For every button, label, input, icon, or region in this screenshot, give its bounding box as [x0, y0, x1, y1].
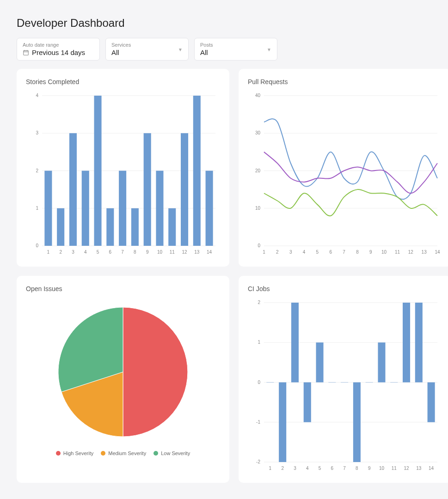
- filter-value: All: [200, 49, 271, 56]
- svg-text:14: 14: [435, 250, 440, 255]
- prs-card: Pull Requests 01020304012345678910111213…: [239, 69, 448, 267]
- svg-rect-100: [415, 303, 423, 383]
- svg-text:1: 1: [263, 250, 265, 255]
- card-title: Open Issues: [26, 285, 220, 292]
- svg-text:3: 3: [72, 250, 74, 255]
- card-title: CI Jobs: [248, 285, 442, 292]
- svg-text:5: 5: [97, 250, 99, 255]
- svg-text:0: 0: [36, 243, 38, 248]
- svg-text:2: 2: [281, 466, 284, 471]
- svg-text:30: 30: [255, 130, 261, 135]
- svg-rect-84: [316, 342, 324, 382]
- svg-text:4: 4: [36, 93, 38, 98]
- svg-rect-24: [106, 208, 114, 246]
- svg-text:0: 0: [258, 380, 260, 385]
- svg-text:1: 1: [36, 206, 38, 211]
- svg-text:-2: -2: [256, 459, 260, 464]
- svg-text:11: 11: [392, 466, 397, 471]
- legend-item-high: High Severity: [56, 450, 93, 456]
- svg-rect-38: [193, 96, 201, 246]
- svg-text:7: 7: [343, 466, 346, 471]
- svg-rect-22: [94, 96, 102, 246]
- svg-text:2: 2: [258, 300, 260, 305]
- svg-rect-94: [378, 342, 385, 382]
- svg-text:6: 6: [329, 250, 332, 255]
- issues-chart: [26, 298, 220, 446]
- svg-rect-20: [82, 171, 89, 246]
- svg-rect-86: [328, 383, 336, 383]
- posts-filter[interactable]: Posts All ▼: [194, 38, 277, 61]
- svg-text:20: 20: [255, 168, 261, 173]
- svg-rect-16: [57, 208, 64, 246]
- svg-text:3: 3: [294, 466, 296, 471]
- svg-rect-40: [206, 171, 213, 246]
- svg-rect-34: [168, 208, 176, 246]
- services-filter[interactable]: Services All ▼: [105, 38, 189, 61]
- svg-text:5: 5: [316, 250, 319, 255]
- svg-rect-14: [44, 171, 52, 246]
- svg-rect-76: [266, 383, 274, 383]
- svg-text:11: 11: [170, 250, 175, 255]
- calendar-icon: [23, 49, 29, 56]
- legend-item-medium: Medium Severity: [101, 450, 146, 456]
- filter-label: Services: [111, 42, 183, 48]
- svg-text:4: 4: [84, 250, 87, 255]
- issues-card: Open Issues High Severity Medium Severit…: [17, 276, 229, 483]
- issues-legend: High Severity Medium Severity Low Severi…: [26, 450, 220, 456]
- svg-text:8: 8: [134, 250, 136, 255]
- svg-text:10: 10: [157, 250, 163, 255]
- legend-item-low: Low Severity: [153, 450, 190, 456]
- svg-text:1: 1: [269, 466, 272, 471]
- stories-chart: 012341234567891011121314: [26, 91, 220, 257]
- svg-rect-18: [69, 133, 77, 246]
- svg-text:13: 13: [416, 466, 422, 471]
- svg-text:7: 7: [121, 250, 124, 255]
- svg-rect-92: [366, 383, 373, 383]
- svg-rect-82: [304, 383, 311, 422]
- date-range-filter[interactable]: Auto date range Previous 14 days: [17, 38, 100, 61]
- svg-rect-98: [403, 303, 410, 383]
- ci-chart: -2-10121234567891011121314: [248, 298, 442, 474]
- filter-label: Auto date range: [23, 42, 94, 48]
- svg-text:6: 6: [109, 250, 112, 255]
- svg-text:11: 11: [395, 250, 400, 255]
- svg-rect-96: [390, 383, 398, 383]
- legend-dot: [101, 451, 105, 456]
- legend-dot: [153, 451, 158, 456]
- svg-text:9: 9: [146, 250, 149, 255]
- svg-text:8: 8: [356, 250, 359, 255]
- svg-text:10: 10: [381, 250, 387, 255]
- page-title: Developer Dashboard: [17, 17, 431, 30]
- svg-text:4: 4: [306, 466, 309, 471]
- svg-rect-30: [144, 133, 151, 246]
- svg-text:2: 2: [36, 168, 38, 173]
- svg-rect-32: [156, 171, 163, 246]
- svg-text:9: 9: [369, 250, 372, 255]
- filter-bar: Auto date range Previous 14 days Service…: [17, 38, 431, 61]
- svg-text:3: 3: [289, 250, 292, 255]
- dashboard: Developer Dashboard Auto date range Prev…: [9, 9, 439, 490]
- svg-text:5: 5: [319, 466, 321, 471]
- svg-text:0: 0: [258, 243, 260, 248]
- svg-text:40: 40: [255, 93, 261, 98]
- svg-text:14: 14: [429, 466, 434, 471]
- date-range-text: Previous 14 days: [32, 49, 85, 56]
- svg-text:2: 2: [59, 250, 62, 255]
- svg-rect-36: [181, 133, 188, 246]
- stories-card: Stories Completed 0123412345678910111213…: [17, 69, 229, 267]
- card-title: Pull Requests: [248, 78, 442, 85]
- svg-text:13: 13: [194, 250, 200, 255]
- svg-text:1: 1: [258, 340, 260, 345]
- svg-text:12: 12: [408, 250, 414, 255]
- card-title: Stories Completed: [26, 78, 220, 85]
- svg-text:7: 7: [343, 250, 345, 255]
- legend-label: Low Severity: [161, 450, 190, 456]
- svg-text:13: 13: [422, 250, 427, 255]
- svg-text:-1: -1: [256, 420, 260, 425]
- svg-text:4: 4: [303, 250, 306, 255]
- svg-text:3: 3: [36, 130, 38, 135]
- svg-rect-102: [428, 383, 435, 422]
- svg-text:12: 12: [182, 250, 187, 255]
- ci-card: CI Jobs -2-10121234567891011121314: [239, 276, 448, 483]
- svg-rect-78: [279, 383, 286, 462]
